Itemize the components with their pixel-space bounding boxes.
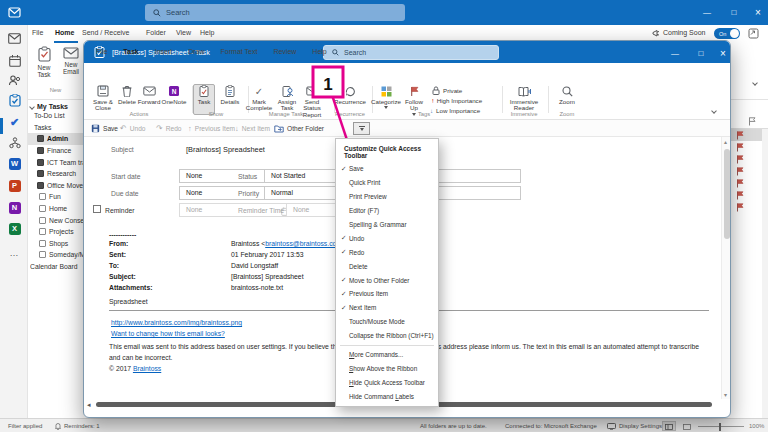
new-email-button[interactable]: New Email [58, 46, 84, 75]
vertical-scrollbar[interactable]: ▴ ▾ [721, 137, 731, 399]
mail-app-icon[interactable] [7, 31, 22, 46]
flag-icon[interactable] [736, 167, 744, 176]
menu-item-delete[interactable]: Delete [336, 259, 438, 273]
zoom-slider-thumb[interactable] [719, 423, 721, 431]
email-settings-link[interactable]: Want to change how this email looks? [111, 330, 225, 337]
menu-item-redo[interactable]: ✓Redo [336, 245, 438, 259]
calendar-app-icon[interactable] [7, 53, 22, 68]
folder-item-todo-list[interactable]: To-Do List [34, 110, 89, 122]
task-search-input[interactable]: Search [323, 45, 499, 60]
menu-item-quick-print[interactable]: Quick Print [336, 176, 438, 190]
high-importance-button[interactable]: ! High Importance [432, 97, 482, 104]
flag-icon[interactable] [736, 203, 744, 212]
task-maximize-button[interactable]: □ [692, 41, 710, 66]
flag-icon[interactable] [736, 191, 744, 200]
reminders-status[interactable]: Reminders: 1 [64, 423, 100, 429]
tab-home[interactable]: Home [55, 29, 74, 36]
tasks-app-icon[interactable] [7, 93, 22, 108]
zoom-level[interactable]: 100% [749, 423, 764, 429]
word-app-icon[interactable]: W [7, 156, 22, 171]
collapse-ribbon-chevron-icon[interactable] [752, 80, 758, 86]
tab-help[interactable]: Help [200, 29, 214, 36]
task-tab-file[interactable]: File [88, 41, 115, 61]
subject-value[interactable]: [Braintoss] Spreadsheet [186, 145, 265, 154]
new-task-button[interactable]: New Task [31, 46, 57, 78]
folder-item-calendar-board[interactable]: Calendar Board [30, 261, 85, 273]
menu-item-hide-command-labels[interactable]: Hide Command Labels [336, 389, 438, 403]
zoom-button[interactable]: Zoom [554, 85, 580, 105]
powerpoint-app-icon[interactable]: P [7, 178, 22, 193]
task-tab-help[interactable]: Help [304, 41, 334, 61]
hscroll-left-arrow[interactable]: ◂ [87, 401, 91, 409]
qat-undo-button[interactable]: ↶ Undo [120, 123, 145, 134]
close-button[interactable]: × [749, 0, 767, 25]
minimize-button[interactable]: — [698, 0, 716, 25]
forward-button[interactable]: Forward [136, 85, 162, 105]
todo-app-icon[interactable]: ✔ [7, 115, 22, 130]
flag-icon[interactable] [736, 155, 744, 164]
braintoss-link[interactable]: Braintoss [133, 365, 161, 372]
menu-item-undo[interactable]: ✓Undo [336, 231, 438, 245]
menu-item-more-commands[interactable]: More Commands... [336, 348, 438, 362]
folder-item-tasks[interactable]: Tasks [34, 122, 89, 134]
task-close-button[interactable]: × [714, 41, 731, 66]
vscroll-up-arrow[interactable]: ▴ [724, 138, 727, 145]
excel-app-icon[interactable]: X [7, 221, 22, 236]
maximize-button[interactable]: □ [725, 0, 743, 25]
qat-next-item-button[interactable]: ↓ Next Item [235, 123, 270, 134]
task-view-button[interactable]: Task [193, 85, 215, 105]
tab-view[interactable]: View [176, 29, 191, 36]
mark-complete-button[interactable]: ✓ Mark Complete [244, 85, 274, 112]
zoom-slider-track[interactable] [698, 426, 744, 427]
more-apps-icon[interactable]: … [7, 245, 22, 260]
task-tab-review[interactable]: Review [265, 41, 304, 61]
coming-soon-toggle[interactable]: On [714, 28, 740, 39]
task-tab-format-text[interactable]: Format Text [213, 41, 266, 61]
tab-file[interactable]: File [32, 29, 43, 36]
menu-item-touch-mouse-mode[interactable]: Touch/Mouse Mode [336, 315, 438, 329]
menu-item-spelling-grammar[interactable]: Spelling & Grammar [336, 218, 438, 232]
people-app-icon[interactable] [7, 73, 22, 88]
immersive-reader-button[interactable]: Immersive Reader [506, 85, 542, 112]
task-list-scrollbar[interactable] [762, 129, 768, 418]
delete-button[interactable]: Delete [116, 85, 138, 105]
flag-icon[interactable] [736, 131, 744, 140]
task-tab-draw[interactable]: Draw [180, 41, 212, 61]
save-close-button[interactable]: Save & Close [89, 85, 117, 112]
menu-item-collapse-ribbon[interactable]: Collapse the Ribbon (Ctrl+F1) [336, 329, 438, 343]
qat-save-button[interactable]: Save [91, 123, 118, 134]
ribbon-options-icon[interactable] [748, 28, 759, 39]
private-button[interactable]: Private [432, 86, 462, 95]
task-minimize-button[interactable]: — [666, 41, 684, 66]
attachment-file[interactable]: braintoss-note.txt [231, 284, 283, 291]
vertical-scrollbar-thumb[interactable] [724, 149, 730, 239]
search-input[interactable]: Search [145, 4, 405, 21]
menu-item-hide-qat[interactable]: Hide Quick Access Toolbar [336, 375, 438, 389]
reading-view-icon[interactable] [683, 424, 691, 430]
vscroll-down-arrow[interactable]: ▾ [724, 391, 727, 398]
menu-item-print-preview[interactable]: Print Preview [336, 190, 438, 204]
task-tab-insert[interactable]: Insert [147, 41, 181, 61]
menu-item-editor[interactable]: Editor (F7) [336, 204, 438, 218]
details-button[interactable]: Details [218, 85, 242, 105]
display-settings-button[interactable]: Display Settings [619, 423, 662, 429]
menu-item-show-above-ribbon[interactable]: Show Above the Ribbon [336, 361, 438, 375]
qat-previous-item-button[interactable]: ↑ Previous Item [188, 123, 235, 134]
menu-item-save[interactable]: ✓Save [336, 162, 438, 176]
task-tab-task[interactable]: Task [115, 41, 146, 61]
qat-redo-button[interactable]: ↷ Redo [156, 123, 181, 134]
onenote-app-icon[interactable]: N [7, 200, 22, 215]
flag-icon[interactable] [736, 143, 744, 152]
email-link[interactable]: braintoss@braintoss.com [265, 240, 342, 247]
reminder-checkbox[interactable] [93, 205, 101, 213]
org-app-icon[interactable] [7, 135, 22, 150]
menu-item-previous-item[interactable]: ✓Previous Item [336, 287, 438, 301]
flag-icon[interactable] [736, 179, 744, 188]
braintoss-image-link[interactable]: http://www.braintoss.com/img/braintoss.p… [111, 319, 242, 326]
tab-folder[interactable]: Folder [146, 29, 166, 36]
tab-send-receive[interactable]: Send / Receive [82, 29, 129, 36]
menu-item-move-to-other-folder[interactable]: ✓Move to Other Folder [336, 273, 438, 287]
collapse-ribbon-chevron-icon[interactable] [711, 108, 717, 114]
onenote-button[interactable]: N OneNote [160, 85, 188, 105]
menu-item-next-item[interactable]: ✓Next Item [336, 301, 438, 315]
